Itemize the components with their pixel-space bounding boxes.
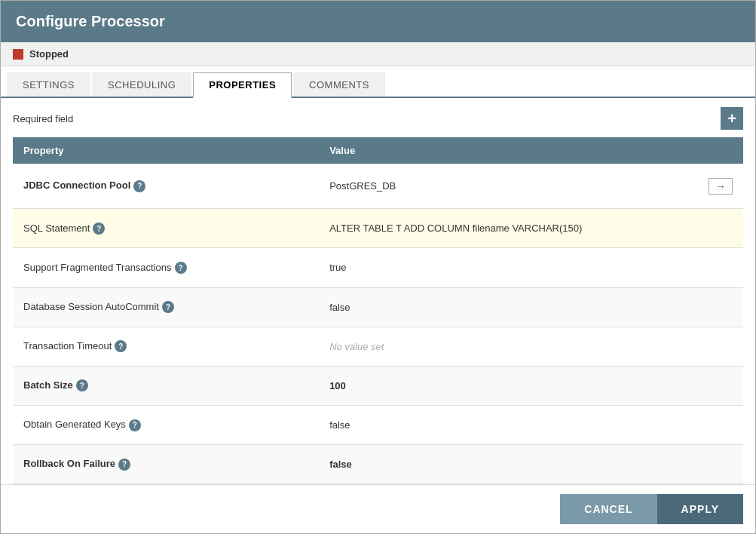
- col-header-action: [698, 137, 743, 164]
- property-action-cell: [698, 209, 743, 248]
- property-value-cell[interactable]: true: [319, 248, 698, 287]
- status-label: Stopped: [29, 48, 69, 60]
- add-property-button[interactable]: +: [721, 107, 743, 130]
- navigate-button[interactable]: →: [709, 178, 733, 195]
- dialog-footer: CANCEL APPLY: [1, 484, 755, 533]
- table-header-row: Property Value: [13, 137, 743, 164]
- tab-scheduling[interactable]: SCHEDULING: [92, 72, 191, 97]
- help-icon[interactable]: ?: [76, 379, 88, 391]
- table-row[interactable]: Support Fragmented Transactions?true: [13, 248, 743, 287]
- help-icon[interactable]: ?: [115, 340, 127, 352]
- tab-comments[interactable]: COMMENTS: [293, 72, 385, 97]
- cancel-button[interactable]: CANCEL: [560, 494, 657, 524]
- property-name-cell: Database Session AutoCommit?: [13, 287, 319, 327]
- property-value-cell[interactable]: false: [319, 444, 698, 483]
- property-value-cell[interactable]: ALTER TABLE T ADD COLUMN filename VARCHA…: [319, 209, 698, 248]
- table-row[interactable]: JDBC Connection Pool?PostGRES_DB→: [13, 164, 743, 209]
- content-area: Required field + Property Value JDBC Con…: [1, 98, 755, 484]
- table-row[interactable]: SQL Statement?ALTER TABLE T ADD COLUMN f…: [13, 209, 743, 248]
- property-name-cell: Support Fragmented Transactions?: [13, 248, 319, 287]
- property-value-cell[interactable]: false: [319, 287, 698, 327]
- dialog-header: Configure Processor: [1, 1, 755, 42]
- property-name-cell: JDBC Connection Pool?: [13, 164, 319, 209]
- help-icon[interactable]: ?: [133, 180, 145, 192]
- help-icon[interactable]: ?: [129, 419, 141, 431]
- property-action-cell: [698, 327, 743, 366]
- property-value-cell[interactable]: false: [319, 405, 698, 444]
- col-header-value: Value: [319, 137, 698, 164]
- property-value-cell[interactable]: 100: [319, 366, 698, 405]
- table-row[interactable]: Rollback On Failure?false: [13, 444, 743, 483]
- property-name-cell: SQL Statement?: [13, 209, 319, 248]
- required-field-bar: Required field +: [13, 107, 743, 130]
- tab-properties[interactable]: PROPERTIES: [193, 72, 292, 98]
- dialog-title: Configure Processor: [16, 13, 165, 29]
- property-action-cell: →: [698, 164, 743, 209]
- property-action-cell: [698, 366, 743, 405]
- property-name-cell: Batch Size?: [13, 366, 319, 405]
- property-value-cell[interactable]: PostGRES_DB: [319, 164, 698, 209]
- help-icon[interactable]: ?: [118, 459, 130, 471]
- table-row[interactable]: Database Session AutoCommit?false: [13, 287, 743, 327]
- property-action-cell: [698, 405, 743, 444]
- help-icon[interactable]: ?: [93, 222, 105, 235]
- property-name-cell: Obtain Generated Keys?: [13, 405, 319, 444]
- table-row[interactable]: Obtain Generated Keys?false: [13, 405, 743, 444]
- status-bar: Stopped: [1, 42, 755, 66]
- help-icon[interactable]: ?: [162, 301, 174, 313]
- property-value-cell[interactable]: No value set: [319, 327, 698, 366]
- apply-button[interactable]: APPLY: [657, 494, 743, 524]
- property-name-cell: Rollback On Failure?: [13, 444, 319, 483]
- status-indicator: [13, 49, 23, 60]
- required-field-label: Required field: [13, 113, 73, 124]
- tabs-bar: SETTINGS SCHEDULING PROPERTIES COMMENTS: [1, 66, 755, 98]
- tab-settings[interactable]: SETTINGS: [7, 72, 90, 97]
- property-name-cell: Transaction Timeout?: [13, 327, 319, 366]
- properties-table: Property Value JDBC Connection Pool?Post…: [13, 137, 743, 484]
- col-header-property: Property: [13, 137, 319, 164]
- configure-processor-dialog: Configure Processor Stopped SETTINGS SCH…: [0, 0, 756, 534]
- help-icon[interactable]: ?: [175, 262, 187, 274]
- property-action-cell: [698, 287, 743, 327]
- property-action-cell: [698, 248, 743, 287]
- table-row[interactable]: Transaction Timeout?No value set: [13, 327, 743, 366]
- property-action-cell: [698, 444, 743, 483]
- table-row[interactable]: Batch Size?100: [13, 366, 743, 405]
